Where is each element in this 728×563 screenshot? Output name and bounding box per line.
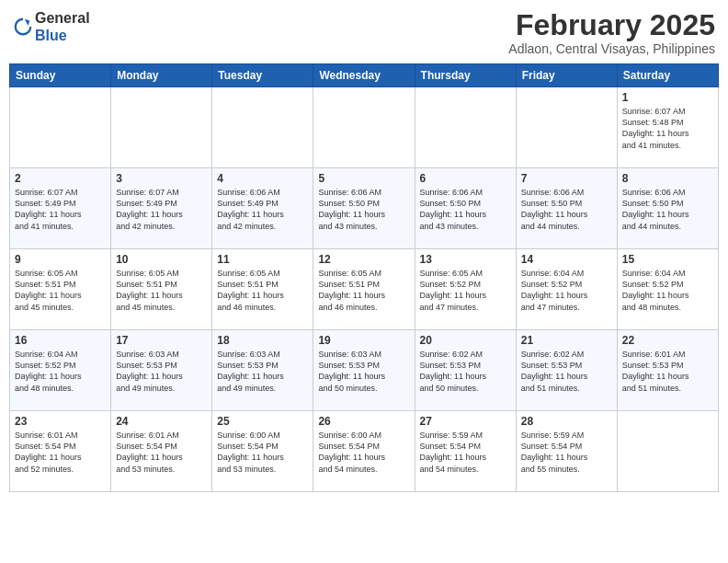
page-header: General Blue February 2025 Adlaon, Centr…: [9, 9, 719, 56]
calendar-day-cell: 4Sunrise: 6:06 AM Sunset: 5:49 PM Daylig…: [212, 168, 313, 249]
day-info-text: Sunrise: 6:03 AM Sunset: 5:53 PM Dayligh…: [318, 349, 409, 394]
day-info-text: Sunrise: 6:01 AM Sunset: 5:53 PM Dayligh…: [622, 349, 713, 394]
calendar-day-cell: 16Sunrise: 6:04 AM Sunset: 5:52 PM Dayli…: [10, 330, 111, 411]
calendar-day-cell: 3Sunrise: 6:07 AM Sunset: 5:49 PM Daylig…: [111, 168, 212, 249]
calendar-week-row: 2Sunrise: 6:07 AM Sunset: 5:49 PM Daylig…: [10, 168, 719, 249]
logo-blue-text: Blue: [35, 28, 67, 43]
day-info-text: Sunrise: 6:00 AM Sunset: 5:54 PM Dayligh…: [318, 430, 409, 475]
calendar-day-cell: 7Sunrise: 6:06 AM Sunset: 5:50 PM Daylig…: [516, 168, 617, 249]
calendar-day-cell: 15Sunrise: 6:04 AM Sunset: 5:52 PM Dayli…: [617, 249, 718, 330]
day-info-text: Sunrise: 6:07 AM Sunset: 5:49 PM Dayligh…: [15, 187, 106, 232]
calendar-day-cell: [212, 87, 313, 168]
day-number: 5: [318, 172, 409, 185]
day-info-text: Sunrise: 6:06 AM Sunset: 5:50 PM Dayligh…: [521, 187, 612, 232]
calendar-day-cell: [111, 87, 212, 168]
day-number: 3: [116, 172, 207, 185]
day-number: 10: [116, 253, 207, 266]
calendar-day-cell: 10Sunrise: 6:05 AM Sunset: 5:51 PM Dayli…: [111, 249, 212, 330]
day-info-text: Sunrise: 6:04 AM Sunset: 5:52 PM Dayligh…: [15, 349, 106, 394]
calendar-day-cell: 28Sunrise: 5:59 AM Sunset: 5:54 PM Dayli…: [516, 411, 617, 492]
calendar-day-cell: 5Sunrise: 6:06 AM Sunset: 5:50 PM Daylig…: [313, 168, 415, 249]
weekday-header-saturday: Saturday: [617, 64, 718, 87]
calendar-day-cell: 27Sunrise: 5:59 AM Sunset: 5:54 PM Dayli…: [415, 411, 516, 492]
day-number: 12: [318, 253, 409, 266]
calendar-day-cell: 17Sunrise: 6:03 AM Sunset: 5:53 PM Dayli…: [111, 330, 212, 411]
day-number: 2: [15, 172, 106, 185]
logo-icon: [13, 17, 33, 37]
calendar-day-cell: 20Sunrise: 6:02 AM Sunset: 5:53 PM Dayli…: [415, 330, 516, 411]
day-number: 22: [622, 334, 713, 347]
day-number: 26: [318, 415, 409, 428]
calendar-day-cell: 23Sunrise: 6:01 AM Sunset: 5:54 PM Dayli…: [10, 411, 111, 492]
day-info-text: Sunrise: 6:07 AM Sunset: 5:49 PM Dayligh…: [116, 187, 207, 232]
logo-general-text: General: [35, 10, 90, 26]
day-info-text: Sunrise: 5:59 AM Sunset: 5:54 PM Dayligh…: [420, 430, 511, 475]
day-number: 17: [116, 334, 207, 347]
calendar-day-cell: [10, 87, 111, 168]
calendar-day-cell: 24Sunrise: 6:01 AM Sunset: 5:54 PM Dayli…: [111, 411, 212, 492]
weekday-header-monday: Monday: [111, 64, 212, 87]
weekday-header-row: SundayMondayTuesdayWednesdayThursdayFrid…: [10, 64, 719, 87]
calendar-table: SundayMondayTuesdayWednesdayThursdayFrid…: [9, 63, 719, 492]
calendar-day-cell: 18Sunrise: 6:03 AM Sunset: 5:53 PM Dayli…: [212, 330, 313, 411]
day-number: 8: [622, 172, 713, 185]
day-info-text: Sunrise: 6:05 AM Sunset: 5:52 PM Dayligh…: [420, 268, 511, 313]
day-number: 4: [217, 172, 308, 185]
calendar-day-cell: 12Sunrise: 6:05 AM Sunset: 5:51 PM Dayli…: [313, 249, 415, 330]
day-info-text: Sunrise: 6:00 AM Sunset: 5:54 PM Dayligh…: [217, 430, 308, 475]
calendar-day-cell: 9Sunrise: 6:05 AM Sunset: 5:51 PM Daylig…: [10, 249, 111, 330]
calendar-day-cell: 26Sunrise: 6:00 AM Sunset: 5:54 PM Dayli…: [313, 411, 415, 492]
weekday-header-tuesday: Tuesday: [212, 64, 313, 87]
calendar-day-cell: 11Sunrise: 6:05 AM Sunset: 5:51 PM Dayli…: [212, 249, 313, 330]
day-info-text: Sunrise: 6:03 AM Sunset: 5:53 PM Dayligh…: [217, 349, 308, 394]
day-number: 28: [521, 415, 612, 428]
day-info-text: Sunrise: 6:01 AM Sunset: 5:54 PM Dayligh…: [15, 430, 106, 475]
day-number: 11: [217, 253, 308, 266]
day-number: 27: [420, 415, 511, 428]
day-info-text: Sunrise: 6:05 AM Sunset: 5:51 PM Dayligh…: [318, 268, 409, 313]
day-info-text: Sunrise: 6:02 AM Sunset: 5:53 PM Dayligh…: [420, 349, 511, 394]
calendar-day-cell: [313, 87, 415, 168]
calendar-week-row: 9Sunrise: 6:05 AM Sunset: 5:51 PM Daylig…: [10, 249, 719, 330]
day-number: 16: [15, 334, 106, 347]
day-info-text: Sunrise: 6:01 AM Sunset: 5:54 PM Dayligh…: [116, 430, 207, 475]
day-info-text: Sunrise: 6:06 AM Sunset: 5:50 PM Dayligh…: [420, 187, 511, 232]
day-info-text: Sunrise: 6:06 AM Sunset: 5:49 PM Dayligh…: [217, 187, 308, 232]
calendar-day-cell: 6Sunrise: 6:06 AM Sunset: 5:50 PM Daylig…: [415, 168, 516, 249]
day-number: 23: [15, 415, 106, 428]
day-number: 14: [521, 253, 612, 266]
day-number: 24: [116, 415, 207, 428]
calendar-week-row: 16Sunrise: 6:04 AM Sunset: 5:52 PM Dayli…: [10, 330, 719, 411]
day-info-text: Sunrise: 6:05 AM Sunset: 5:51 PM Dayligh…: [116, 268, 207, 313]
day-number: 15: [622, 253, 713, 266]
day-info-text: Sunrise: 6:07 AM Sunset: 5:48 PM Dayligh…: [622, 106, 713, 151]
calendar-day-cell: 14Sunrise: 6:04 AM Sunset: 5:52 PM Dayli…: [516, 249, 617, 330]
calendar-day-cell: 19Sunrise: 6:03 AM Sunset: 5:53 PM Dayli…: [313, 330, 415, 411]
day-number: 9: [15, 253, 106, 266]
day-info-text: Sunrise: 6:04 AM Sunset: 5:52 PM Dayligh…: [521, 268, 612, 313]
logo: General Blue: [13, 9, 90, 44]
title-block: February 2025 Adlaon, Central Visayas, P…: [508, 9, 715, 56]
day-info-text: Sunrise: 6:04 AM Sunset: 5:52 PM Dayligh…: [622, 268, 713, 313]
day-number: 19: [318, 334, 409, 347]
weekday-header-sunday: Sunday: [10, 64, 111, 87]
day-number: 25: [217, 415, 308, 428]
calendar-day-cell: 13Sunrise: 6:05 AM Sunset: 5:52 PM Dayli…: [415, 249, 516, 330]
day-number: 20: [420, 334, 511, 347]
location-subtitle: Adlaon, Central Visayas, Philippines: [508, 41, 715, 56]
calendar-day-cell: 8Sunrise: 6:06 AM Sunset: 5:50 PM Daylig…: [617, 168, 718, 249]
calendar-day-cell: 21Sunrise: 6:02 AM Sunset: 5:53 PM Dayli…: [516, 330, 617, 411]
day-number: 7: [521, 172, 612, 185]
calendar-day-cell: [516, 87, 617, 168]
calendar-day-cell: 25Sunrise: 6:00 AM Sunset: 5:54 PM Dayli…: [212, 411, 313, 492]
calendar-week-row: 23Sunrise: 6:01 AM Sunset: 5:54 PM Dayli…: [10, 411, 719, 492]
day-number: 21: [521, 334, 612, 347]
day-number: 18: [217, 334, 308, 347]
month-year-title: February 2025: [508, 9, 715, 41]
day-info-text: Sunrise: 6:06 AM Sunset: 5:50 PM Dayligh…: [318, 187, 409, 232]
calendar-day-cell: 22Sunrise: 6:01 AM Sunset: 5:53 PM Dayli…: [617, 330, 718, 411]
weekday-header-friday: Friday: [516, 64, 617, 87]
day-info-text: Sunrise: 6:02 AM Sunset: 5:53 PM Dayligh…: [521, 349, 612, 394]
calendar-day-cell: 2Sunrise: 6:07 AM Sunset: 5:49 PM Daylig…: [10, 168, 111, 249]
calendar-day-cell: [617, 411, 718, 492]
